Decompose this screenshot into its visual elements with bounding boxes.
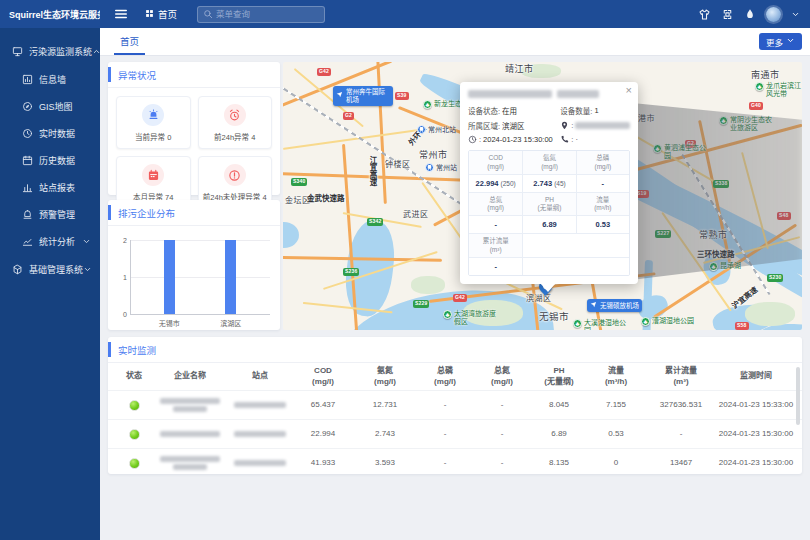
train-station-icon	[425, 163, 434, 172]
column-header: PH(无量纲)	[530, 366, 588, 387]
popup-metrics-table: COD(mg/l)氨氮(mg/l)总磷(mg/l)22.994 (250)2.7…	[468, 150, 630, 276]
panel-title-realtime: 实时监测	[108, 337, 802, 363]
sidebar-item-label: 污染源监测系统	[29, 45, 92, 58]
sidebar-item-历史数据[interactable]: 历史数据	[0, 147, 100, 174]
value-cell: 6.89	[530, 429, 588, 439]
screenshot-icon[interactable]	[721, 8, 734, 21]
poi-label: 大溪港湿地公园	[584, 319, 632, 330]
device-status-label: 设备状态:	[468, 105, 500, 116]
value-cell: 22.994	[292, 429, 354, 439]
map-road-label: 江宜高速	[367, 156, 378, 186]
siren-icon	[142, 104, 164, 126]
sidebar-item-GIS地图[interactable]: GIS地图	[0, 93, 100, 120]
park-marker-icon: ♣	[443, 310, 452, 319]
redacted-text-block	[173, 406, 207, 412]
chart-bar	[225, 240, 236, 314]
panel-title-distribution: 排污企业分布	[108, 200, 280, 226]
theme-shirt-icon[interactable]	[698, 8, 711, 21]
chevron-down-icon[interactable]	[791, 10, 800, 19]
sidebar-item-站点报表[interactable]: 站点报表	[0, 174, 100, 201]
table-row[interactable]: 22.9942.743--6.890.53-2024-01-23 15:30:0…	[108, 419, 802, 448]
device-count-value: 1	[594, 106, 598, 115]
column-header: 总氮(mg/l)	[474, 366, 530, 387]
status-cell	[116, 458, 152, 469]
abnormal-cards: 当前异常 0前24h异常 4本月异常 74前24h未处理异常 4	[108, 88, 280, 217]
sidebar-item-base-system[interactable]: 基础管理系统	[0, 255, 100, 284]
metric-value: 2.743 (45)	[522, 174, 575, 192]
map-poi-green: ♣龙爪岩滨江风光带	[755, 82, 802, 98]
sidebar-item-信息墙[interactable]: 信息墙	[0, 66, 100, 93]
table-scrollbar[interactable]	[796, 367, 800, 425]
sidebar-item-预警管理[interactable]: 预警管理	[0, 201, 100, 228]
system-monitor-icon	[11, 46, 23, 57]
popup-metric-value-row: -6.890.53	[469, 215, 629, 233]
metric-header: 总磷(mg/l)	[576, 151, 629, 174]
redacted-text-block	[468, 90, 552, 98]
sidebar-item-label: GIS地图	[39, 100, 73, 113]
park-area	[411, 276, 445, 294]
sidebar: 污染源监测系统信息墙GIS地图实时数据历史数据站点报表预警管理统计分析基础管理系…	[0, 28, 100, 540]
monitor-time-cell: 2024-01-23 15:30:00	[718, 458, 794, 468]
train-station-icon	[417, 125, 426, 134]
flame-icon[interactable]	[744, 8, 756, 20]
more-button[interactable]: 更多	[759, 33, 802, 50]
calendar-icon	[142, 164, 164, 186]
empty-cell	[522, 233, 629, 257]
sidebar-item-label: 预警管理	[39, 208, 75, 221]
table-row[interactable]: 41.9333.593--8.1350134672024-01-23 15:30…	[108, 448, 802, 477]
metric-header: 累计流量(m³)	[469, 233, 522, 257]
chevron-down-icon	[83, 265, 92, 274]
map-popup: × 设备状态:在用 设备数量:1 所属区域:滨湖区 : :2024-01-23 …	[460, 82, 638, 284]
grid-icon	[145, 9, 154, 20]
station-name-redacted	[228, 402, 292, 408]
alarm-clock-icon	[224, 104, 246, 126]
sidebar-item-实时数据[interactable]: 实时数据	[0, 120, 100, 147]
chart-gridline	[130, 314, 270, 315]
map-poi-green: ♣太湖湾旅游度假区	[443, 310, 502, 326]
phone-colon: :	[571, 135, 573, 144]
value-cell: 12.731	[354, 400, 416, 410]
value-cell: 7.155	[588, 400, 644, 410]
road-shield: G2	[343, 112, 354, 120]
clock-icon	[468, 135, 477, 144]
breadcrumb-home[interactable]: 首页	[145, 7, 177, 21]
time-colon: :	[479, 135, 481, 144]
sidebar-item-pollution-system[interactable]: 污染源监测系统	[0, 37, 100, 66]
tab-bar: 首页 更多	[100, 28, 810, 56]
close-icon[interactable]: ×	[626, 85, 632, 96]
map-city-label: 无锡市	[539, 309, 569, 323]
column-header: 累计流量(m³)	[644, 366, 718, 387]
value-cell: -	[416, 458, 474, 468]
value-cell: -	[416, 400, 474, 410]
search-input[interactable]	[216, 9, 319, 19]
status-cell	[116, 429, 152, 440]
value-cell: -	[416, 429, 474, 439]
table-row[interactable]: 65.43712.731--8.0457.155327636.5312024-0…	[108, 390, 802, 419]
tab-home-label: 首页	[120, 34, 139, 48]
park-marker-icon: ♣	[573, 319, 582, 328]
menu-toggle-icon[interactable]	[114, 7, 128, 21]
sidebar-item-label: 基础管理系统	[29, 263, 83, 276]
map-poi-green: ♣漕湖湿地公园	[641, 317, 694, 326]
menu-search[interactable]	[197, 6, 325, 23]
chevron-down-icon	[82, 237, 91, 246]
road-shield: S342	[367, 218, 383, 226]
poi-label: 常州北站	[428, 124, 456, 134]
gis-map-icon	[21, 101, 33, 112]
popup-shadow	[635, 78, 802, 288]
location-colon: :	[571, 121, 573, 130]
map-poi-airport: 常州奔牛国际机场	[333, 86, 393, 106]
abnormal-card[interactable]: 前24h异常 4	[198, 96, 273, 149]
base-system-icon	[11, 264, 23, 275]
tab-home[interactable]: 首页	[114, 28, 145, 55]
redacted-text-block	[160, 398, 220, 404]
park-area	[745, 302, 795, 326]
sidebar-item-统计分析[interactable]: 统计分析	[0, 228, 100, 255]
value-cell: 41.933	[292, 458, 354, 468]
monitor-time-cell: 2024-01-23 15:33:00	[718, 400, 794, 410]
abnormal-card[interactable]: 当前异常 0	[116, 96, 191, 149]
map-canvas[interactable]: G42G2S39G4221S38G40S19G2S48G42S58S48S340…	[283, 62, 802, 330]
metric-value: -	[469, 257, 522, 275]
station-name-redacted	[228, 431, 292, 437]
avatar[interactable]	[766, 7, 781, 22]
